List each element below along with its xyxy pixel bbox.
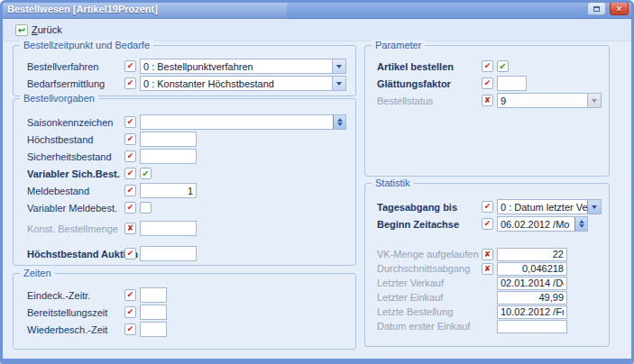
locked-flag-icon[interactable]: ✘ [124,223,136,234]
artikel-bestellen-checkbox[interactable]: ✔ [497,60,509,72]
sicherheitsbestand-label: Sicherheitsbestand [27,151,124,162]
datum-erster-einkauf-input [497,320,567,333]
bedarfsermittlung-dropdown[interactable]: 0 : Konstanter Höchstbestand [140,76,346,91]
eindeck-zeitr-input[interactable] [140,287,167,303]
locked-flag-icon[interactable]: ✘ [482,263,493,275]
letzter-einkauf-input [497,291,567,305]
spinner-icon[interactable] [574,217,587,231]
edit-flag-icon[interactable]: ✔ [482,60,493,72]
hoechstbestand-auktion-label: Höchstbestand Auktion [27,249,124,259]
back-label: Zurück [32,24,62,35]
edit-flag-icon[interactable]: ✔ [482,77,493,89]
letzter-einkauf-label: Letzter Einkauf [377,292,482,303]
dropdown-arrow-icon [587,94,601,107]
group-statistik: Statistik Tagesabgang bis ✔ 0 : Datum le… [364,183,610,347]
edit-flag-icon[interactable]: ✔ [124,77,136,89]
close-button[interactable]: ✕ [610,2,629,15]
row-hoechstbestand-auktion: Höchstbestand Auktion ✔ [27,245,346,262]
restore-button[interactable] [587,2,606,15]
variabler-meldebest-label: Variabler Meldebest. [27,203,124,214]
durchschnittsabgang-label: Durchschnittsabgang [377,263,482,274]
dropdown-arrow-icon[interactable] [332,59,345,73]
row-saisonkennzeichen: Saisonkennzeichen ✔ [27,114,346,131]
bestellverfahren-dropdown[interactable]: 0 : Bestellpunktverfahren [140,59,346,74]
datum-erster-einkauf-label: Datum erster Einkauf [377,321,482,332]
letzte-bestellung-input [497,305,567,319]
hoechstbestand-input[interactable] [140,132,197,147]
edit-flag-icon[interactable]: ✔ [124,289,136,301]
vk-menge-label: VK-Menge aufgelaufen [377,249,482,259]
dropdown-arrow-icon[interactable] [587,200,601,214]
back-arrow-icon: ↩ [15,24,28,36]
sicherheitsbestand-input[interactable] [140,149,197,164]
row-letzte-bestellung: Letzte Bestellung [377,305,602,319]
dropdown-arrow-icon[interactable] [332,77,345,90]
titlebar: Bestellwesen [Artikel19Prozent] ✕ [0,0,634,19]
row-bestellstatus: Bestellstatus ✘ 9 [377,92,602,109]
hoechstbestand-auktion-input[interactable] [140,246,197,261]
edit-flag-icon[interactable]: ✔ [482,201,493,213]
row-sicherheitsbestand: Sicherheitsbestand ✔ [27,148,346,165]
edit-flag-icon[interactable]: ✔ [124,150,136,162]
bestellverfahren-label: Bestellverfahren [27,61,124,72]
meldebestand-input[interactable] [140,183,197,198]
letzte-bestellung-label: Letzte Bestellung [377,306,482,317]
edit-flag-icon[interactable]: ✔ [124,116,136,128]
saisonkennzeichen-label: Saisonkennzeichen [27,117,124,128]
window-title: Bestellwesen [Artikel19Prozent] [7,4,158,14]
group-bestellzeitpunkt: Bestellzeitpunkt und Bedarfe Bestellverf… [13,45,356,96]
spinner-icon[interactable] [333,115,345,129]
letzter-verkauf-input [497,277,567,290]
resize-gripper[interactable] [316,360,325,364]
row-eindeck-zeitr: Eindeck.-Zeitr. ✔ [27,287,346,304]
row-variabler-sich-best: Variabler Sich.Best. ✔ ✔ [27,165,346,182]
row-konst-bestellmenge: Konst. Bestellmenge ✘ [27,220,346,237]
edit-flag-icon[interactable]: ✔ [124,133,136,145]
glaettungsfaktor-input[interactable] [497,76,527,91]
saisonkennzeichen-picker[interactable] [140,114,346,130]
beginn-zeitachse-datepicker[interactable]: 06.02.2012 /Mo [497,216,588,232]
locked-flag-icon[interactable]: ✘ [482,249,493,260]
bereitstellungszeit-input[interactable] [140,305,167,320]
edit-flag-icon[interactable]: ✔ [124,323,136,335]
eindeck-zeitr-label: Eindeck.-Zeitr. [27,290,124,301]
wiederbesch-zeit-label: Wiederbesch.-Zeit [27,324,124,335]
hoechstbestand-label: Höchstbestand [27,134,124,145]
tagesabgang-bis-dropdown[interactable]: 0 : Datum letzter Verkauf [497,199,602,214]
bestellstatus-dropdown: 9 [497,93,602,108]
bedarfsermittlung-label: Bedarfsermittlung [27,78,124,89]
app-window: Bestellwesen [Artikel19Prozent] ✕ ↩ Zurü… [0,0,634,364]
edit-flag-icon[interactable]: ✔ [124,185,136,196]
locked-flag-icon[interactable]: ✘ [482,95,493,106]
group-bestellvorgaben: Bestellvorgaben Saisonkennzeichen ✔ Höch… [13,98,356,266]
vk-menge-input [497,248,567,261]
variabler-sich-best-checkbox[interactable]: ✔ [140,168,152,179]
wiederbesch-zeit-input[interactable] [140,322,167,337]
edit-flag-icon[interactable]: ✔ [124,248,136,259]
edit-flag-icon[interactable]: ✔ [124,202,136,214]
bereitstellungszeit-label: Bereitstellungszeit [27,307,124,318]
edit-flag-icon[interactable]: ✔ [124,168,136,179]
variabler-meldebest-checkbox[interactable] [140,202,152,214]
toolbar: ↩ Zurück [0,19,634,41]
durchschnittsabgang-input [497,262,567,276]
row-wiederbesch-zeit: Wiederbesch.-Zeit ✔ [27,321,346,338]
back-button[interactable]: ↩ Zurück [15,24,62,36]
row-durchschnittsabgang: Durchschnittsabgang ✘ [377,261,602,276]
edit-flag-icon[interactable]: ✔ [482,218,493,230]
row-meldebestand: Meldebestand ✔ [27,182,346,199]
beginn-zeitachse-label: Beginn Zeitachse [377,219,482,230]
row-bedarfsermittlung: Bedarfsermittlung ✔ 0 : Konstanter Höchs… [27,75,346,92]
edit-flag-icon[interactable]: ✔ [124,306,136,318]
letzter-verkauf-label: Letzter Verkauf [377,278,482,288]
artikel-bestellen-label: Artikel bestellen [377,61,482,72]
group-parameter: Parameter Artikel bestellen ✔ ✔ Glättung… [364,45,610,177]
row-glaettungsfaktor: Glättungsfaktor ✔ [377,75,602,92]
edit-flag-icon[interactable]: ✔ [124,60,136,72]
glaettungsfaktor-label: Glättungsfaktor [377,78,482,89]
row-datum-erster-einkauf: Datum erster Einkauf [377,319,602,333]
row-beginn-zeitachse: Beginn Zeitachse ✔ 06.02.2012 /Mo [377,215,602,232]
row-artikel-bestellen: Artikel bestellen ✔ ✔ [377,58,602,75]
tagesabgang-bis-label: Tagesabgang bis [377,202,482,213]
row-hoechstbestand: Höchstbestand ✔ [27,131,346,148]
